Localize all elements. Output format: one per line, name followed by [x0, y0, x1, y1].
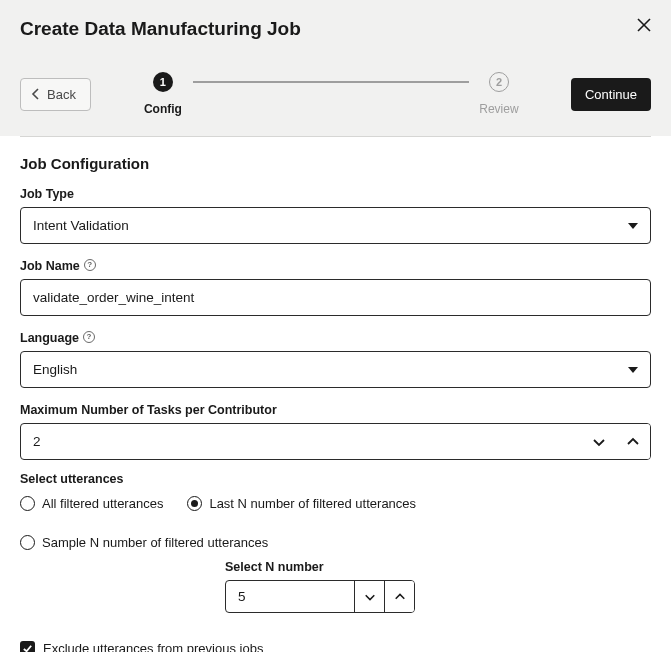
radio-all-utterances[interactable]: All filtered utterances	[20, 496, 163, 511]
spinner-n-increment[interactable]	[384, 581, 414, 612]
field-job-name: Job Name ?	[20, 256, 651, 316]
spinner-n-decrement[interactable]	[354, 581, 384, 612]
radio-all-label: All filtered utterances	[42, 496, 163, 511]
radio-icon	[20, 496, 35, 511]
radio-last-n[interactable]: Last N number of filtered utterances	[187, 496, 416, 511]
label-max-tasks: Maximum Number of Tasks per Contributor	[20, 403, 277, 417]
caret-down-icon	[628, 367, 638, 373]
field-utterances: Select utterances All filtered utterance…	[20, 472, 651, 613]
step-circle-2: 2	[489, 72, 509, 92]
label-utterances: Select utterances	[20, 472, 651, 486]
step-circle-1: 1	[153, 72, 173, 92]
help-icon[interactable]: ?	[83, 331, 95, 343]
spinner-decrement[interactable]	[582, 424, 616, 459]
step-label-1: Config	[144, 102, 182, 116]
create-job-dialog: Create Data Manufacturing Job Back 1 Con…	[0, 0, 671, 652]
select-language-value: English	[33, 362, 77, 377]
continue-button[interactable]: Continue	[571, 78, 651, 111]
checkbox-exclude-prev[interactable]: Exclude utterances from previous jobs	[20, 641, 651, 652]
radio-sample-n-label: Sample N number of filtered utterances	[42, 535, 268, 550]
radio-icon-selected	[187, 496, 202, 511]
checkbox-exclude-label: Exclude utterances from previous jobs	[43, 641, 263, 652]
caret-down-icon	[628, 223, 638, 229]
stepper: 1 Config 2 Review	[103, 72, 559, 116]
chevron-left-icon	[31, 88, 41, 100]
radio-last-n-label: Last N number of filtered utterances	[209, 496, 416, 511]
label-job-type: Job Type	[20, 187, 74, 201]
step-label-2: Review	[479, 102, 518, 116]
field-n-number: Select N number 5	[225, 560, 651, 613]
back-button[interactable]: Back	[20, 78, 91, 111]
chevron-up-icon	[394, 591, 406, 603]
label-language-text: Language	[20, 331, 79, 345]
radio-icon	[20, 535, 35, 550]
close-icon	[637, 18, 651, 32]
spinner-n-value: 5	[226, 581, 354, 612]
step-connector	[193, 81, 469, 83]
dialog-header: Create Data Manufacturing Job	[0, 0, 671, 52]
label-language: Language ?	[20, 331, 95, 345]
spinner-max-tasks-value: 2	[21, 424, 582, 459]
select-language[interactable]: English	[20, 351, 651, 388]
spinner-n-number[interactable]: 5	[225, 580, 415, 613]
spinner-max-tasks[interactable]: 2	[20, 423, 651, 460]
help-icon[interactable]: ?	[84, 259, 96, 271]
input-job-name[interactable]	[20, 279, 651, 316]
radio-sample-n[interactable]: Sample N number of filtered utterances	[20, 535, 268, 550]
field-max-tasks: Maximum Number of Tasks per Contributor …	[20, 400, 651, 460]
label-n-number: Select N number	[225, 560, 651, 574]
chevron-up-icon	[626, 435, 640, 449]
section-title: Job Configuration	[20, 155, 651, 172]
chevron-down-icon	[364, 591, 376, 603]
stepper-row: Back 1 Config 2 Review Continue	[0, 52, 671, 136]
select-job-type-value: Intent Validation	[33, 218, 129, 233]
dialog-title: Create Data Manufacturing Job	[20, 18, 301, 40]
label-job-name-text: Job Name	[20, 259, 80, 273]
close-button[interactable]	[637, 18, 651, 32]
radio-group-utterances: All filtered utterances Last N number of…	[20, 496, 651, 550]
chevron-down-icon	[592, 435, 606, 449]
checkbox-icon-checked	[20, 641, 35, 652]
content: Job Configuration Job Type Intent Valida…	[0, 137, 671, 652]
step-review[interactable]: 2 Review	[469, 72, 529, 116]
label-job-name: Job Name ?	[20, 259, 96, 273]
select-job-type[interactable]: Intent Validation	[20, 207, 651, 244]
back-label: Back	[47, 87, 76, 102]
field-job-type: Job Type Intent Validation	[20, 184, 651, 244]
step-config[interactable]: 1 Config	[133, 72, 193, 116]
spinner-increment[interactable]	[616, 424, 650, 459]
field-language: Language ? English	[20, 328, 651, 388]
